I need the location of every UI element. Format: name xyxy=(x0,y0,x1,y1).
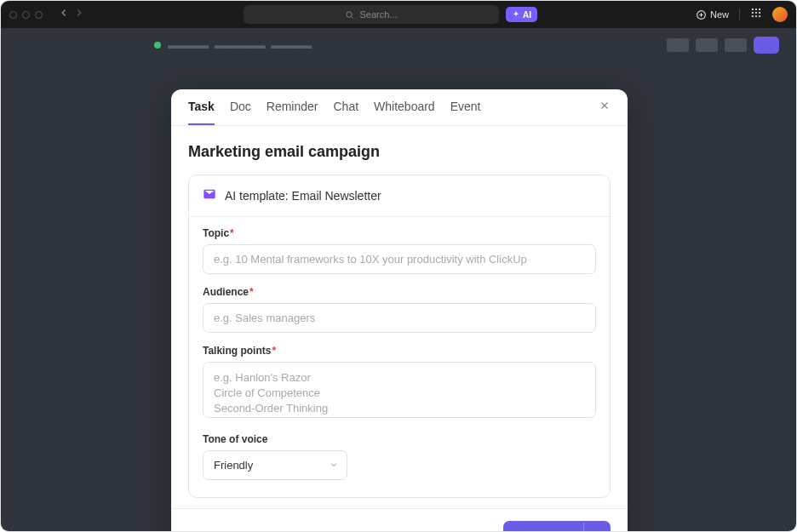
svg-point-5 xyxy=(752,9,754,10)
ai-button[interactable]: AI xyxy=(506,7,537,22)
background-toolbar: ▬▬▬▬ ▬▬▬▬▬ ▬▬▬▬ xyxy=(154,37,779,54)
tab-whiteboard[interactable]: Whiteboard xyxy=(374,100,435,125)
svg-point-10 xyxy=(759,12,760,14)
tab-chat[interactable]: Chat xyxy=(333,100,358,125)
svg-point-8 xyxy=(752,12,754,14)
tone-label: Tone of voice xyxy=(203,433,596,445)
svg-point-11 xyxy=(752,15,754,17)
new-button[interactable]: New xyxy=(696,9,729,20)
svg-point-6 xyxy=(755,9,757,10)
ai-form-card: AI template: Email Newsletter Topic* Aud… xyxy=(188,174,611,498)
create-task-dropdown[interactable] xyxy=(583,523,611,532)
svg-point-9 xyxy=(755,12,757,14)
page-body: ▬▬▬▬ ▬▬▬▬▬ ▬▬▬▬ Task Doc Reminder Chat W… xyxy=(1,28,796,532)
tab-event[interactable]: Event xyxy=(450,100,481,125)
topic-input[interactable] xyxy=(203,244,596,274)
close-icon[interactable] xyxy=(599,100,611,125)
task-title[interactable]: Marketing email campaign xyxy=(188,143,611,161)
svg-point-7 xyxy=(759,9,760,10)
svg-point-12 xyxy=(755,15,757,17)
modal-tabs: Task Doc Reminder Chat Whiteboard Event xyxy=(171,89,628,126)
create-task-button[interactable]: Create task xyxy=(503,521,611,532)
search-input[interactable]: Search... xyxy=(244,5,499,24)
svg-line-1 xyxy=(352,16,353,18)
tab-task[interactable]: Task xyxy=(188,100,215,125)
search-placeholder: Search... xyxy=(359,9,397,20)
avatar[interactable] xyxy=(772,7,788,22)
apps-icon[interactable] xyxy=(750,7,762,22)
forward-button[interactable] xyxy=(73,7,85,22)
titlebar: Search... AI New xyxy=(1,1,796,28)
back-button[interactable] xyxy=(58,7,70,22)
ai-template-row[interactable]: AI template: Email Newsletter xyxy=(189,175,610,217)
talking-points-input[interactable] xyxy=(203,362,596,418)
audience-input[interactable] xyxy=(203,303,596,333)
svg-point-13 xyxy=(759,15,760,17)
tab-doc[interactable]: Doc xyxy=(230,100,251,125)
create-modal: Task Doc Reminder Chat Whiteboard Event … xyxy=(171,89,628,532)
svg-point-0 xyxy=(347,11,352,16)
topic-label: Topic* xyxy=(203,227,596,239)
envelope-icon xyxy=(203,187,216,204)
tab-reminder[interactable]: Reminder xyxy=(267,100,318,125)
tone-select[interactable]: Friendly xyxy=(203,450,347,480)
audience-label: Audience* xyxy=(203,286,596,298)
ai-template-label: AI template: Email Newsletter xyxy=(225,189,381,203)
talking-points-label: Talking points* xyxy=(203,345,596,357)
window-controls[interactable] xyxy=(9,11,43,19)
